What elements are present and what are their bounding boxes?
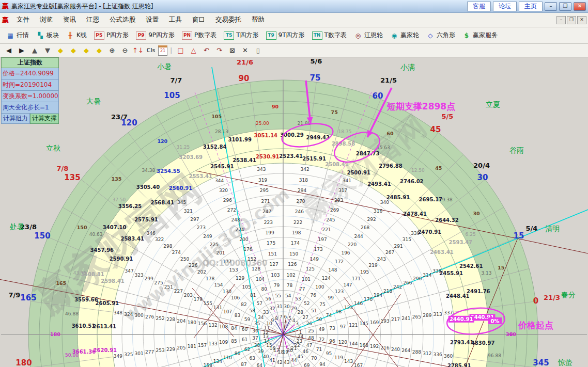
PS-icon: PS [94, 31, 104, 40]
menu-item-江恩[interactable]: 江恩 [81, 15, 104, 24]
svg-text:2695.17: 2695.17 [419, 197, 443, 202]
svg-text:7: 7 [280, 314, 283, 320]
svg-text:203: 203 [184, 293, 193, 298]
svg-text:324: 324 [124, 312, 133, 317]
toolbar-button-P数字表[interactable]: PNP数字表 [179, 30, 220, 41]
rotate-right-tri-icon[interactable]: ▼ [42, 45, 53, 55]
svg-text:346: 346 [147, 231, 156, 236]
minimize-button[interactable]: – [545, 2, 557, 11]
svg-text:135: 135 [64, 173, 80, 182]
svg-text:241: 241 [401, 316, 410, 321]
svg-text:244: 244 [354, 234, 363, 239]
menu-item-设置[interactable]: 设置 [141, 15, 164, 24]
button-计算阻力[interactable]: 计算阻力 [1, 114, 30, 124]
svg-text:97: 97 [340, 324, 346, 329]
svg-text:77: 77 [299, 286, 305, 292]
prev-arrow-icon[interactable]: ◀ [3, 45, 14, 55]
toolbar-button-行情[interactable]: ▦行情 [3, 30, 32, 41]
svg-text:小暑: 小暑 [157, 62, 172, 71]
arc-ccw-icon[interactable]: ↶ [200, 45, 212, 55]
svg-text:43.75: 43.75 [73, 270, 87, 276]
updown-icon[interactable]: ↑↓ [132, 45, 144, 55]
svg-text:27: 27 [303, 315, 308, 320]
toolbar-button-9P四方形[interactable]: P99P四方形 [133, 30, 178, 41]
arc-cw-icon[interactable]: ↷ [213, 45, 225, 55]
mdi-restore-button[interactable]: ❐ [567, 16, 576, 24]
svg-text:82: 82 [241, 302, 246, 307]
svg-text:37: 37 [252, 336, 258, 341]
resize-x-icon[interactable]: ✕ [239, 45, 251, 55]
square-tool-icon[interactable]: □ [175, 45, 186, 55]
button-计算支撑[interactable]: 计算支撑 [30, 114, 59, 124]
toolbar-button-板块[interactable]: ▚板块 [33, 30, 62, 41]
menu-item-窗口[interactable]: 窗口 [187, 15, 210, 24]
svg-text:95: 95 [326, 351, 332, 356]
mdi-minimize-button[interactable]: – [556, 16, 566, 24]
titlebar-link-主页[interactable]: 主页 [519, 2, 543, 11]
toolbar-button-赢家服务[interactable]: $赢家服务 [459, 30, 501, 41]
svg-text:2560.91: 2560.91 [169, 185, 193, 191]
menu-item-帮助[interactable]: 帮助 [246, 15, 270, 24]
titlebar-link-客服[interactable]: 客服 [467, 2, 491, 11]
toolbar-button-T数字表[interactable]: TNT数字表 [309, 30, 350, 41]
svg-text:229: 229 [166, 347, 175, 352]
svg-text:36: 36 [252, 328, 258, 333]
svg-text:253: 253 [156, 348, 165, 353]
toolbar-button-P四方形[interactable]: PSP四方形 [91, 30, 132, 41]
svg-text:105: 105 [242, 284, 251, 290]
toolbar-button-赢家轮[interactable]: ◉赢家轮 [387, 30, 422, 41]
diamond-right-icon[interactable]: ◆ [68, 45, 79, 55]
next-arrow-icon[interactable]: ▶ [16, 45, 27, 55]
svg-text:312: 312 [423, 351, 431, 356]
menu-item-公式选股[interactable]: 公式选股 [104, 15, 141, 24]
toolbar-button-六角形[interactable]: ◇六角形 [423, 30, 458, 41]
diamond-up-icon[interactable]: ◆ [81, 45, 92, 55]
boxed-x-icon[interactable]: ⊠ [226, 45, 238, 55]
toolbar-label: T数字表 [324, 31, 347, 40]
svg-text:64: 64 [256, 363, 262, 367]
mdi-close-button[interactable]: ✕ [577, 16, 586, 24]
P9-icon: P9 [136, 31, 146, 40]
menu-item-工具[interactable]: 工具 [164, 15, 187, 24]
svg-text:104: 104 [256, 277, 265, 282]
app-logo-icon: 赢 [2, 2, 9, 11]
menu-item-交易委托[interactable]: 交易委托 [210, 15, 246, 24]
svg-text:275: 275 [154, 280, 163, 285]
svg-text:0: 0 [533, 296, 538, 306]
svg-text:74: 74 [326, 313, 332, 318]
svg-text:32: 32 [269, 306, 275, 311]
maximize-button[interactable]: ❐ [559, 2, 571, 11]
svg-text:198: 198 [292, 230, 301, 235]
svg-text:168: 168 [360, 343, 368, 348]
menu-item-资讯[interactable]: 资讯 [58, 15, 81, 24]
diamond-down-icon[interactable]: ◆ [94, 45, 105, 55]
svg-text:18.75: 18.75 [338, 129, 352, 134]
svg-text:297: 297 [190, 217, 199, 222]
cls-button[interactable]: Cls [145, 45, 157, 55]
toolbar-button-江恩轮[interactable]: ◎江恩轮 [351, 30, 386, 41]
toolbar-button-9T四方形[interactable]: T99T四方形 [263, 30, 308, 41]
clip-tool-icon[interactable]: ▯ [252, 45, 264, 55]
triangle-tool-icon[interactable]: △ [188, 45, 199, 55]
svg-text:5/5: 5/5 [442, 113, 454, 120]
toolbar-button-T四方形[interactable]: TST四方形 [221, 30, 261, 41]
zoom-in-icon[interactable]: ⊕ [106, 45, 118, 55]
svg-text:2463.41: 2463.41 [430, 249, 454, 255]
titlebar-link-论坛[interactable]: 论坛 [493, 2, 517, 11]
zoom-out-icon[interactable]: ⊖ [119, 45, 131, 55]
calendar-icon[interactable]: 21 [158, 45, 167, 56]
svg-text:167: 167 [354, 363, 363, 367]
diamond-left-icon[interactable]: ◆ [55, 45, 66, 55]
support-annotation: 短期支撑2898点 [386, 101, 455, 111]
toolbar-button-K线[interactable]: ╫K线 [63, 30, 90, 41]
menu-item-浏览[interactable]: 浏览 [35, 15, 58, 24]
svg-text:317: 317 [338, 188, 347, 193]
svg-text:177: 177 [223, 259, 231, 264]
menu-item-文件[interactable]: 文件 [11, 15, 35, 24]
svg-text:90: 90 [272, 104, 279, 109]
svg-text:2545.91: 2545.91 [210, 164, 234, 169]
svg-text:58: 58 [250, 308, 256, 313]
rotate-left-tri-icon[interactable]: ▲ [29, 45, 40, 55]
close-button[interactable]: ✕ [574, 2, 586, 11]
svg-text:2620.91: 2620.91 [94, 347, 117, 353]
